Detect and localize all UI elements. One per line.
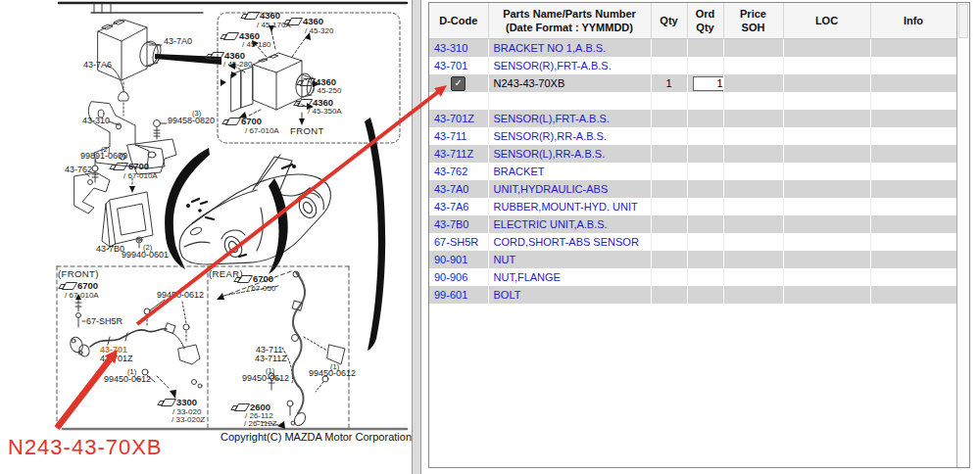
connector-icon [225,118,242,125]
table-row: 43-7A6RUBBER,MOUNT-HYD. UNIT [429,198,956,215]
qty-cell [651,268,687,286]
part-code-link[interactable]: 67-SH5R [429,233,488,251]
header-ord-qty: Ord Qty [687,3,723,39]
part-name-link[interactable]: BRACKET NO 1,A.B.S. [488,39,651,58]
part-name-link[interactable]: RUBBER,MOUNT-HYD. UNIT [488,198,651,215]
part-name-link[interactable]: SENSOR(R),FRT-A.B.S. [488,57,651,74]
info-cell [870,286,956,304]
part-name-link[interactable]: CORD,SHORT-ABS SENSOR [488,233,651,251]
part-name-link[interactable]: SENSOR(L),FRT-A.B.S. [488,110,651,127]
part-name-link[interactable]: BOLT [488,286,651,304]
panel-splitter[interactable] [412,0,421,474]
part-code-link[interactable]: 43-701 [429,57,488,74]
diagram-label: / 67-010A [245,127,279,135]
part-code-link[interactable]: 43-701Z [429,110,488,127]
connector-icon [209,52,225,60]
ord-qty-cell [687,127,723,145]
ord-qty-cell [687,268,723,286]
table-row: 43-310BRACKET NO 1,A.B.S. [429,39,956,58]
connector-icon [161,399,177,406]
loc-cell [783,74,870,92]
diagram-label: / 26-112Z [244,420,277,428]
diagram-label: / 45-180 [242,41,270,49]
order-qty-input[interactable] [693,76,724,91]
info-cell [870,145,956,163]
part-code-link[interactable]: 43-310 [429,39,488,58]
price-soh-cell [723,268,783,286]
ord-qty-cell [687,145,723,163]
info-cell [870,233,956,251]
diagram-label: 67-SH5R [86,317,122,326]
connector-icon [297,99,314,107]
part-code-link[interactable]: 90-906 [429,268,488,286]
price-soh-cell [723,286,783,304]
table-row: 43-701ZSENSOR(L),FRT-A.B.S. [429,110,956,127]
header-info: Info [870,3,956,39]
ord-qty-cell [687,251,723,268]
part-name-link[interactable]: NUT [488,251,651,268]
connector-icon [223,32,240,40]
part-number-cell: N243-43-70XB [488,74,651,92]
part-code-link[interactable]: 43-7A6 [429,198,488,215]
connector-icon [113,163,129,170]
selected-part-row: ✓N243-43-70XB1 [429,74,956,92]
ord-qty-cell [687,198,723,215]
table-row: 90-906NUT,FLANGE [429,268,956,286]
part-name-link[interactable]: SENSOR(R),RR-A.B.S. [488,127,651,145]
qty-cell [651,145,687,163]
diagram-label: / 67-050 [247,285,275,293]
price-soh-cell [723,180,783,198]
loc-cell [783,233,870,251]
diagram-label: (FRONT) [58,269,99,279]
part-select-checkbox[interactable]: ✓ [451,76,466,91]
diagram-label: 99458-0820 [168,117,215,125]
info-cell [870,251,956,268]
part-name-link[interactable]: BRACKET [488,163,651,180]
diagram-label: 4360 [246,11,280,21]
diagram-label: 43-310 [82,117,110,125]
part-name-link[interactable]: NUT,FLANGE [488,268,651,286]
price-soh-cell [723,57,783,74]
table-scrollbar[interactable] [956,3,969,467]
empty-cell [870,92,956,110]
diagram-label: / 45-250 [313,87,341,95]
qty-cell [651,215,687,233]
qty-cell [651,233,687,251]
diagram-label: 99891-0600 [80,152,127,161]
parts-diagram-panel: 43-7A043-7A643-310(3)99458-0820(2)99891-… [0,0,411,474]
part-name-link[interactable]: ELECTRIC UNIT,A.B.S. [488,215,651,233]
header-qty: Qty [651,3,687,39]
price-soh-cell [723,145,783,163]
part-code-link[interactable]: 99-601 [429,286,488,304]
diagram-label: 6700 [115,162,149,171]
empty-cell [429,92,488,110]
part-code-link[interactable]: 90-901 [429,251,488,268]
diagram-label: / 33-020Z [172,416,205,424]
part-code-link[interactable]: 43-711 [429,127,488,145]
loc-cell [783,215,870,233]
part-code-link[interactable]: 43-7B0 [429,215,488,233]
connector-icon [234,403,251,411]
loc-cell [783,110,870,127]
diagram-label: 43-7B0 [96,245,124,254]
loc-cell [783,163,870,180]
spacer-row [429,92,956,110]
header-d-code: D-Code [429,3,488,39]
empty-cell [783,92,870,110]
scrollbar-top[interactable] [958,4,968,38]
part-name-link[interactable]: SENSOR(L),RR-A.B.S. [488,145,651,163]
loc-cell [783,268,870,286]
parts-diagram-art [0,0,411,474]
highlighted-part-number: N243-43-70XB [8,435,163,460]
loc-cell [783,57,870,74]
ord-qty-cell [687,110,723,127]
diagram-label: 43-711Z [255,355,287,363]
part-code-link[interactable]: 43-762 [429,163,488,180]
diagram-label: 6700 [227,117,262,126]
part-code-link[interactable]: 43-7A0 [429,180,488,198]
diagram-label: / 45-280 [223,61,252,69]
part-code-link[interactable]: 43-711Z [429,145,488,163]
part-name-link[interactable]: UNIT,HYDRAULIC-ABS [488,180,651,198]
diagram-label: 6700 [239,274,273,284]
diagram-label: 6700 [64,281,98,291]
